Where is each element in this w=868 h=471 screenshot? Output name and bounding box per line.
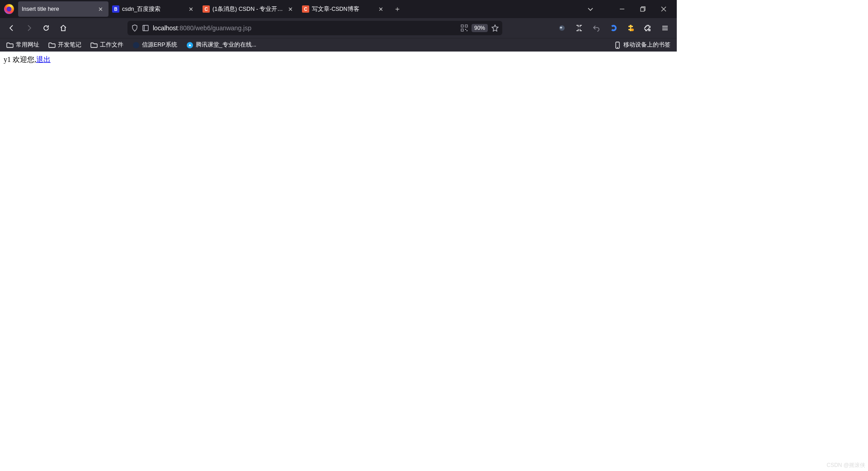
- svg-point-10: [560, 27, 562, 28]
- bookmark-star-icon[interactable]: [491, 24, 499, 32]
- close-icon[interactable]: ✕: [186, 5, 195, 14]
- svg-rect-7: [465, 29, 466, 30]
- tab-title: csdn_百度搜索: [122, 5, 184, 13]
- extension-icon-3[interactable]: [623, 21, 638, 35]
- screenshot-icon[interactable]: [572, 21, 586, 35]
- tab-4[interactable]: C 写文章-CSDN博客 ✕: [298, 1, 389, 17]
- bookmark-label: 开发笔记: [58, 41, 81, 49]
- bookmark-label: 移动设备上的书签: [623, 41, 670, 49]
- svg-rect-6: [461, 29, 463, 31]
- bookmark-erp[interactable]: 信源ERP系统: [131, 39, 179, 51]
- site-info-icon[interactable]: [142, 24, 149, 32]
- greeting-text: y1 欢迎您,: [4, 56, 36, 63]
- forward-button[interactable]: [22, 21, 36, 35]
- bookmark-mobile[interactable]: 移动设备上的书签: [612, 39, 672, 51]
- url-port: :8080: [178, 24, 193, 32]
- url-host: localhost: [153, 24, 178, 32]
- svg-rect-5: [465, 25, 467, 27]
- firefox-logo: [0, 0, 18, 18]
- tab-title: (1条消息) CSDN - 专业开发者社区: [212, 5, 283, 13]
- window-controls: [615, 2, 673, 16]
- back-button[interactable]: [5, 21, 19, 35]
- new-tab-button[interactable]: ＋: [391, 2, 404, 16]
- qr-icon[interactable]: [461, 24, 468, 32]
- svg-point-1: [7, 7, 12, 12]
- url-security-icons: [131, 24, 149, 32]
- url-text[interactable]: localhost:8080/web6/guanwang.jsp: [153, 24, 457, 32]
- undo-icon[interactable]: [589, 21, 604, 35]
- logout-link[interactable]: 退出: [36, 56, 51, 63]
- bookmark-label: 信源ERP系统: [142, 41, 177, 49]
- mobile-icon: [614, 42, 621, 49]
- folder-icon: [90, 42, 98, 49]
- bookmark-folder-workfiles[interactable]: 工作文件: [89, 39, 125, 51]
- svg-point-11: [631, 28, 634, 31]
- close-window-button[interactable]: [657, 2, 670, 16]
- site-favicon-icon: [186, 42, 193, 49]
- titlebar: Insert title here ✕ B csdn_百度搜索 ✕ C (1条消…: [0, 0, 677, 18]
- toolbar-right: [555, 21, 672, 35]
- tab-title: Insert title here: [22, 6, 93, 12]
- baidu-favicon-icon: B: [112, 5, 119, 13]
- bookmark-label: 腾讯课堂_专业的在线...: [196, 41, 256, 49]
- url-bar[interactable]: localhost:8080/web6/guanwang.jsp 90%: [127, 21, 502, 35]
- svg-rect-2: [641, 8, 644, 11]
- tab-3[interactable]: C (1条消息) CSDN - 专业开发者社区 ✕: [199, 1, 298, 17]
- site-favicon-icon: [132, 42, 140, 49]
- svg-point-12: [133, 42, 139, 48]
- bookmark-tencent-class[interactable]: 腾讯课堂_专业的在线...: [184, 39, 258, 51]
- maximize-button[interactable]: [636, 2, 650, 16]
- url-right-icons: 90%: [461, 24, 499, 32]
- reload-button[interactable]: [39, 21, 53, 35]
- bookmark-label: 常用网址: [16, 41, 39, 49]
- bookmark-bar: 常用网址 开发笔记 工作文件 信源ERP系统 腾讯课堂_专业的在线... 移动设…: [0, 38, 677, 52]
- close-icon[interactable]: ✕: [286, 5, 295, 14]
- url-path: /web6/guanwang.jsp: [193, 24, 251, 32]
- menu-button[interactable]: [658, 21, 672, 35]
- extensions-button[interactable]: [641, 21, 655, 35]
- extension-icon-2[interactable]: [606, 21, 621, 35]
- tab-2[interactable]: B csdn_百度搜索 ✕: [108, 1, 199, 17]
- page-content: y1 欢迎您,退出: [0, 52, 677, 68]
- tab-strip: Insert title here ✕ B csdn_百度搜索 ✕ C (1条消…: [18, 1, 597, 17]
- navbar: localhost:8080/web6/guanwang.jsp 90%: [0, 18, 677, 38]
- zoom-badge[interactable]: 90%: [472, 24, 488, 32]
- folder-icon: [48, 42, 56, 49]
- extension-icon-1[interactable]: [555, 21, 569, 35]
- csdn-favicon-icon: C: [302, 5, 309, 13]
- shield-icon[interactable]: [131, 24, 138, 32]
- minimize-button[interactable]: [615, 2, 629, 16]
- bookmark-folder-common[interactable]: 常用网址: [5, 39, 41, 51]
- home-button[interactable]: [56, 21, 71, 35]
- close-icon[interactable]: ✕: [376, 5, 385, 14]
- csdn-favicon-icon: C: [203, 5, 210, 13]
- tabs-list-dropdown[interactable]: [584, 2, 597, 16]
- svg-rect-3: [143, 25, 148, 31]
- svg-rect-4: [461, 25, 463, 27]
- bookmark-label: 工作文件: [100, 41, 123, 49]
- tab-title: 写文章-CSDN博客: [312, 5, 373, 13]
- bookmark-folder-devnotes[interactable]: 开发笔记: [47, 39, 83, 51]
- folder-icon: [6, 42, 14, 49]
- tab-1[interactable]: Insert title here ✕: [18, 1, 108, 17]
- close-icon[interactable]: ✕: [96, 5, 105, 14]
- svg-rect-8: [467, 30, 467, 31]
